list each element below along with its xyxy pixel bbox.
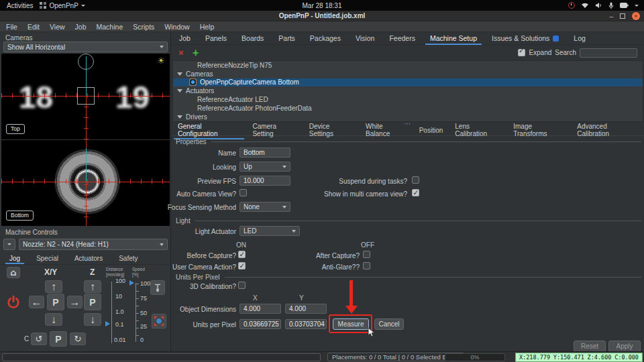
- position-nozzle-c-button[interactable]: P: [50, 331, 67, 347]
- apply-button[interactable]: Apply: [608, 341, 641, 352]
- tab-actuators[interactable]: Actuators: [68, 253, 109, 264]
- jog-z-plus-button[interactable]: ↑: [84, 280, 101, 293]
- object-dimensions-y-input[interactable]: 4.000: [285, 304, 327, 314]
- auto-camera-view-checkbox[interactable]: [239, 189, 247, 196]
- tab-panels[interactable]: Panels: [198, 32, 234, 44]
- close-button[interactable]: ×: [632, 12, 640, 20]
- tree-item-actuator-led[interactable]: ReferenceActuator LED: [173, 95, 643, 104]
- subtab-device-settings[interactable]: Device Settings: [303, 121, 360, 139]
- brightness-sun-icon[interactable]: ☀: [157, 56, 165, 66]
- tree-group-cameras[interactable]: Cameras: [173, 70, 643, 78]
- light-actuator-select[interactable]: LED: [239, 226, 300, 236]
- name-input[interactable]: Bottom: [239, 147, 290, 158]
- activities-button[interactable]: Activities: [7, 2, 33, 9]
- menu-view[interactable]: View: [50, 23, 65, 31]
- tab-packages[interactable]: Packages: [303, 32, 348, 44]
- c-axis-label: C: [24, 335, 29, 343]
- app-menu[interactable]: OpenPnP: [40, 2, 85, 9]
- tab-log[interactable]: Log: [566, 32, 593, 44]
- home-button[interactable]: ⌂: [7, 267, 20, 278]
- tray-chevron-icon[interactable]: [635, 5, 639, 7]
- reset-button[interactable]: Reset: [574, 341, 606, 352]
- subtab-white-balance[interactable]: White Balance: [360, 121, 413, 139]
- menu-file[interactable]: File: [6, 23, 17, 31]
- tab-issues-solutions[interactable]: Issues & Solutions: [484, 32, 566, 44]
- jog-x-minus-button[interactable]: ←: [29, 296, 44, 308]
- dro-c: C:0.000: [614, 354, 639, 361]
- expand-checkbox[interactable]: [518, 49, 525, 56]
- cancel-button[interactable]: Cancel: [374, 318, 404, 330]
- user-camera-action-checkbox[interactable]: [238, 262, 246, 269]
- top-camera-view[interactable]: 18 19 ☀ Top: [1, 54, 170, 139]
- menu-bar: File Edit View Job Machine Scripts Windo…: [0, 21, 644, 32]
- subtab-advanced-calibration[interactable]: Advanced Calibration: [571, 121, 644, 139]
- camera-name-badge: Bottom: [6, 210, 34, 221]
- power-button[interactable]: [5, 294, 22, 311]
- multi-camera-view-checkbox[interactable]: [412, 189, 419, 196]
- nozzle-select[interactable]: Nozzle: N2 - N24 (Head: H1): [19, 239, 168, 250]
- tab-job[interactable]: Job: [172, 32, 198, 44]
- units-per-pixel-y-input[interactable]: 0.03703704: [285, 319, 327, 329]
- rotate-ccw-icon: ↺: [36, 334, 43, 344]
- suspend-checkbox[interactable]: [412, 176, 419, 184]
- camera-view-mode-select[interactable]: Show All Horizontal: [3, 42, 168, 52]
- delete-icon[interactable]: ×: [178, 48, 184, 58]
- maximize-button[interactable]: [620, 13, 625, 19]
- menu-window[interactable]: Window: [164, 23, 189, 31]
- jog-c-ccw-button[interactable]: ↺: [31, 333, 47, 345]
- position-nozzle-xy-button[interactable]: P: [47, 294, 64, 310]
- machine-setup-tree[interactable]: ReferenceNozzleTip N75 Cameras OpenPnpCa…: [172, 60, 643, 122]
- jog-c-cw-button[interactable]: ↻: [70, 333, 86, 345]
- menu-machine[interactable]: Machine: [97, 23, 123, 31]
- distance-slider[interactable]: [111, 282, 112, 343]
- units-per-pixel-x-input[interactable]: 0.03669725: [239, 319, 281, 329]
- expander-icon[interactable]: [177, 72, 182, 76]
- auto-camera-view-label: Auto Camera View?: [142, 190, 236, 198]
- menu-scripts[interactable]: Scripts: [133, 23, 154, 31]
- menu-edit[interactable]: Edit: [28, 23, 40, 31]
- subtab-position[interactable]: Position: [413, 125, 449, 135]
- 3d-calibration-checkbox[interactable]: [238, 282, 246, 289]
- add-icon[interactable]: +: [193, 47, 199, 59]
- object-dimensions-x-input[interactable]: 4.000: [239, 304, 281, 314]
- tab-machine-setup[interactable]: Machine Setup: [423, 32, 484, 44]
- looking-select[interactable]: Up: [239, 162, 290, 172]
- tab-feeders[interactable]: Feeders: [382, 32, 423, 44]
- tab-safety[interactable]: Safety: [112, 253, 144, 264]
- anti-glare-checkbox[interactable]: [363, 262, 370, 269]
- tab-parts[interactable]: Parts: [271, 32, 303, 44]
- expander-icon[interactable]: [177, 115, 182, 119]
- subtab-image-transforms[interactable]: Image Transforms: [507, 121, 571, 139]
- subtab-general-configuration[interactable]: General Configuration: [172, 121, 246, 139]
- jog-y-plus-button[interactable]: ↑: [45, 280, 62, 293]
- after-capture-checkbox[interactable]: [363, 251, 370, 258]
- menu-help[interactable]: Help: [200, 23, 215, 31]
- jog-z-minus-button[interactable]: ↓: [84, 313, 101, 326]
- jog-y-minus-button[interactable]: ↓: [45, 313, 62, 326]
- tab-vision[interactable]: Vision: [348, 32, 382, 44]
- tab-jog[interactable]: Jog: [3, 253, 27, 264]
- jog-x-plus-button[interactable]: →: [67, 296, 83, 308]
- tab-special[interactable]: Special: [30, 253, 65, 264]
- position-nozzle-z-button[interactable]: P: [84, 294, 101, 310]
- search-input[interactable]: [580, 48, 637, 58]
- subtab-lens-calibration[interactable]: Lens Calibration: [449, 121, 507, 139]
- subtab-camera-setting[interactable]: Camera Setting: [246, 121, 303, 139]
- window-title-bar[interactable]: OpenPnP - Untitled.job.xml – ×: [0, 11, 644, 21]
- expander-icon[interactable]: [177, 89, 182, 93]
- menu-job[interactable]: Job: [75, 23, 87, 31]
- preview-fps-input[interactable]: 10.000: [239, 176, 290, 186]
- tree-item-capture-camera-bottom[interactable]: OpenPnpCaptureCamera Bottom: [173, 78, 643, 87]
- before-capture-checkbox[interactable]: [238, 251, 246, 258]
- focus-sensing-select[interactable]: None: [239, 202, 290, 212]
- rotate-cw-icon: ↻: [74, 334, 82, 344]
- distance-slider-handle[interactable]: [105, 321, 110, 326]
- minimize-button[interactable]: –: [609, 12, 613, 21]
- tree-item-actuator-photonfeeder[interactable]: ReferenceActuator PhotonFeederData: [173, 104, 643, 113]
- tree-item-nozzletip[interactable]: ReferenceNozzleTip N75: [173, 61, 643, 70]
- tab-boards[interactable]: Boards: [234, 32, 271, 44]
- head-mount-dropdown-button[interactable]: [3, 239, 15, 250]
- system-clock[interactable]: Mar 28 18:31: [0, 2, 644, 9]
- speed-slider-handle[interactable]: [129, 280, 134, 286]
- tree-group-actuators[interactable]: Actuators: [173, 86, 643, 95]
